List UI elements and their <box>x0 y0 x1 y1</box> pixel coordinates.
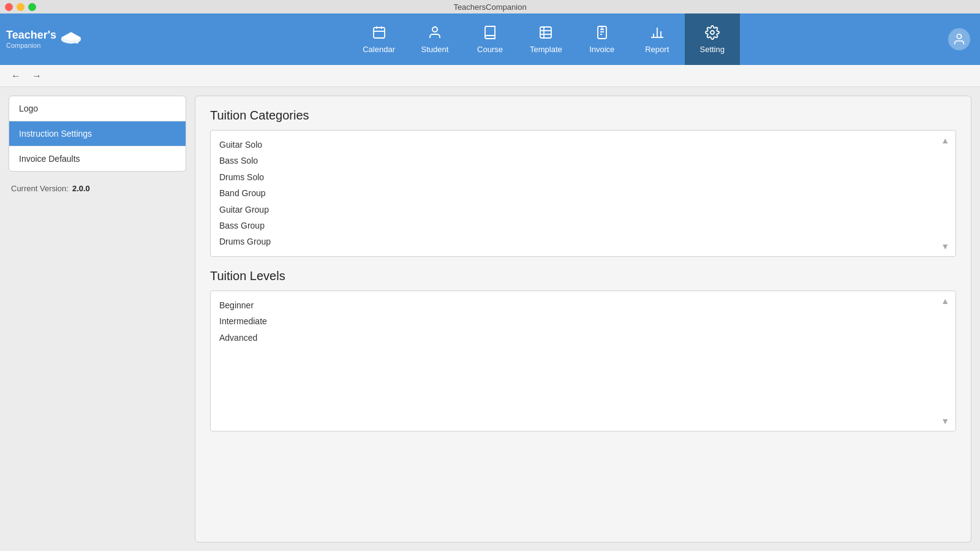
sidebar-menu: Logo Instruction Settings Invoice Defaul… <box>9 96 186 172</box>
svg-rect-4 <box>374 28 385 38</box>
logo-sub: Companion <box>6 42 56 49</box>
list-item: Advanced <box>219 330 947 346</box>
course-label: Course <box>477 45 503 54</box>
sidebar: Logo Instruction Settings Invoice Defaul… <box>9 96 186 542</box>
minimize-button[interactable] <box>17 3 24 11</box>
svg-point-22 <box>710 31 714 34</box>
svg-point-23 <box>957 34 961 39</box>
version-label: Current Version: <box>11 184 69 193</box>
list-item: Guitar Solo <box>219 137 947 153</box>
nav-item-student[interactable]: Student <box>407 13 462 65</box>
scroll-up-icon-levels: ▲ <box>941 296 949 306</box>
scroll-down-icon-levels: ▼ <box>941 416 949 426</box>
svg-point-3 <box>76 42 78 44</box>
scroll-down-icon: ▼ <box>941 241 949 251</box>
list-item: Band Group <box>219 185 947 201</box>
tuition-categories-list: ▲ Guitar Solo Bass Solo Drums Solo Band … <box>210 130 956 257</box>
student-icon <box>428 25 442 42</box>
report-label: Report <box>645 45 669 54</box>
student-label: Student <box>421 45 449 54</box>
sidebar-item-logo[interactable]: Logo <box>9 96 186 121</box>
main-content: Logo Instruction Settings Invoice Defaul… <box>0 87 980 551</box>
course-icon <box>483 25 497 42</box>
nav-items: Calendar Student Course <box>116 13 974 65</box>
titlebar: TeachersCompanion <box>0 0 980 13</box>
traffic-lights <box>5 3 36 11</box>
list-item: Guitar Group <box>219 202 947 218</box>
report-icon <box>650 25 665 42</box>
svg-text:$: $ <box>601 26 603 31</box>
window-title: TeachersCompanion <box>453 2 526 12</box>
content-panel: Tuition Categories ▲ Guitar Solo Bass So… <box>195 96 971 542</box>
list-item: Beginner <box>219 297 947 313</box>
svg-rect-9 <box>540 27 551 38</box>
invoice-icon: $ <box>595 25 609 42</box>
avatar-icon <box>952 32 966 46</box>
close-button[interactable] <box>5 3 13 11</box>
nav-item-invoice[interactable]: $ Invoice <box>575 13 630 65</box>
list-item: Bass Solo <box>219 153 947 169</box>
svg-point-8 <box>432 27 437 32</box>
nav-item-setting[interactable]: Setting <box>685 13 740 65</box>
scroll-up-icon: ▲ <box>941 135 949 145</box>
nav-item-report[interactable]: Report <box>630 13 685 65</box>
nav-item-course[interactable]: Course <box>462 13 518 65</box>
tuition-levels-section: Tuition Levels ▲ Beginner Intermediate A… <box>210 269 956 431</box>
maximize-button[interactable] <box>28 3 36 11</box>
version-number: 2.0.0 <box>72 184 90 193</box>
list-item: Bass Group <box>219 218 947 234</box>
tuition-levels-title: Tuition Levels <box>210 269 956 283</box>
navigation-toolbar: ← → <box>0 65 980 87</box>
template-icon <box>538 25 553 42</box>
user-avatar[interactable] <box>948 28 970 50</box>
sidebar-item-instruction-settings[interactable]: Instruction Settings <box>9 121 186 146</box>
list-item: Drums Group <box>219 234 947 249</box>
back-button[interactable]: ← <box>9 69 23 83</box>
list-item: Drums Solo <box>219 169 947 185</box>
navbar: Teacher's Companion Calendar <box>0 13 980 65</box>
svg-rect-2 <box>77 37 78 42</box>
nav-item-template[interactable]: Template <box>518 13 575 65</box>
nav-item-calendar[interactable]: Calendar <box>350 13 407 65</box>
version-info: Current Version: 2.0.0 <box>9 184 186 193</box>
forward-button[interactable]: → <box>29 69 44 83</box>
tuition-categories-section: Tuition Categories ▲ Guitar Solo Bass So… <box>210 108 956 257</box>
app-logo: Teacher's Companion <box>6 28 104 50</box>
template-label: Template <box>530 45 562 54</box>
calendar-icon <box>372 25 386 42</box>
tuition-levels-list: ▲ Beginner Intermediate Advanced ▼ <box>210 291 956 431</box>
setting-icon <box>705 25 720 42</box>
logo-name: Teacher's <box>6 29 56 42</box>
list-item: Intermediate <box>219 313 947 329</box>
calendar-label: Calendar <box>363 45 395 54</box>
invoice-label: Invoice <box>589 45 614 54</box>
setting-label: Setting <box>700 45 725 54</box>
tuition-categories-title: Tuition Categories <box>210 108 956 123</box>
logo-hat-icon <box>60 28 82 50</box>
sidebar-item-invoice-defaults[interactable]: Invoice Defaults <box>9 146 186 171</box>
